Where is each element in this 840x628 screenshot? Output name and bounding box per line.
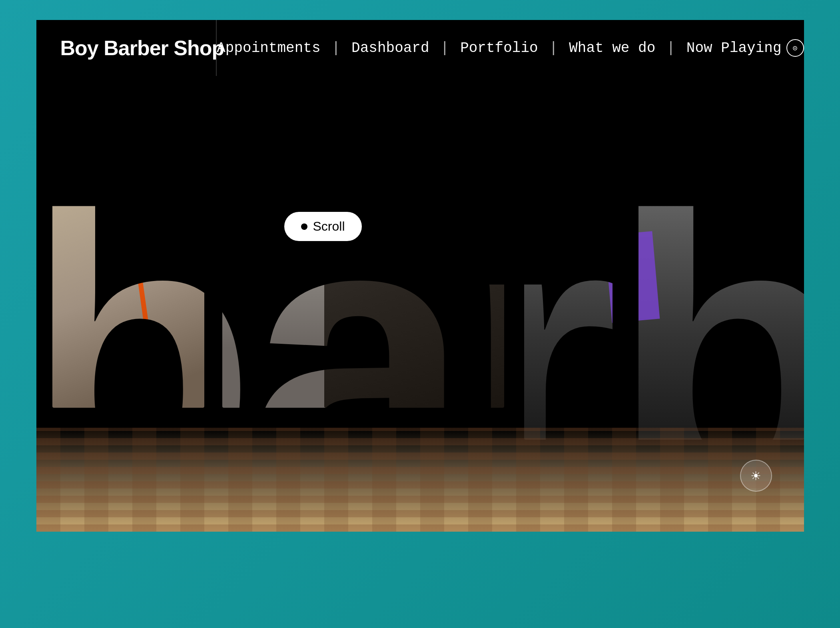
nav-sep-4: | <box>655 40 686 56</box>
main-wrapper: Boy Barber Shop Appointments | Dashboard… <box>36 20 804 580</box>
nav-item-dashboard[interactable]: Dashboard <box>351 40 429 56</box>
nav-item-what-we-do[interactable]: What we do <box>569 40 655 56</box>
spotify-icon: ⊙ <box>786 39 804 57</box>
nav-sep-3: | <box>538 40 569 56</box>
nav-item-now-playing[interactable]: Now Playing ⊙ <box>686 39 804 57</box>
scroll-label: Scroll <box>313 219 345 234</box>
theme-toggle-button[interactable]: ☀ <box>740 460 772 492</box>
nav-item-appointments[interactable]: Appointments <box>217 40 320 56</box>
navbar: Boy Barber Shop Appointments | Dashboard… <box>36 20 804 76</box>
navbar-nav: Appointments | Dashboard | Portfolio | W… <box>217 39 804 57</box>
hero-section: barb Scroll ☀ <box>36 76 804 532</box>
scroll-dot-icon <box>301 223 307 230</box>
brand-title: Boy Barber Shop <box>60 36 224 60</box>
nav-item-portfolio[interactable]: Portfolio <box>460 40 538 56</box>
nav-sep-1: | <box>321 40 352 56</box>
scroll-button[interactable]: Scroll <box>284 212 362 241</box>
nav-sep-2: | <box>429 40 461 56</box>
sun-icon: ☀ <box>750 469 761 483</box>
bottom-building-strip <box>36 428 804 532</box>
brand-area[interactable]: Boy Barber Shop <box>36 20 217 76</box>
